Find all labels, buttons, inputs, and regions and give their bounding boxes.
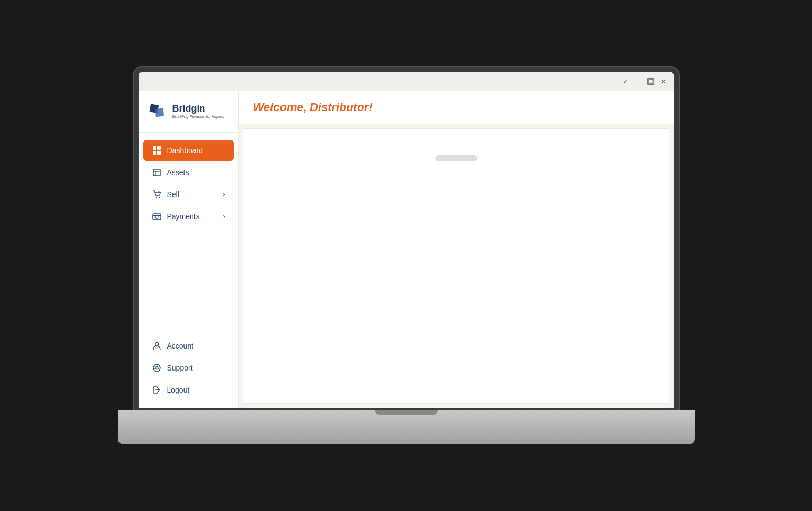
account-label: Account <box>167 342 194 350</box>
payments-chevron-icon: › <box>223 213 225 220</box>
svg-line-20 <box>154 366 155 367</box>
sidebar-item-logout[interactable]: Logout <box>143 379 234 400</box>
window-controls: ✓ — ✕ <box>622 78 667 85</box>
svg-line-22 <box>154 368 155 369</box>
svg-rect-1 <box>649 79 653 83</box>
sell-label: Sell <box>167 190 179 199</box>
sidebar-item-assets[interactable]: Assets <box>143 162 234 183</box>
logo-name: Bridgin <box>172 104 225 114</box>
title-bar: ✓ — ✕ <box>139 72 674 91</box>
sidebar-item-support[interactable]: Support <box>143 357 234 378</box>
account-icon <box>151 341 162 351</box>
sidebar-item-payments[interactable]: Payments › <box>143 206 234 227</box>
svg-rect-13 <box>153 214 161 220</box>
laptop-device: ✓ — ✕ <box>118 67 695 444</box>
svg-point-12 <box>158 197 159 198</box>
svg-point-11 <box>156 197 157 198</box>
app-body: Bridgin Enabling Finance for Impact <box>139 91 674 408</box>
sell-icon <box>151 189 162 200</box>
app-window: ✓ — ✕ <box>139 72 674 408</box>
sidebar-item-account[interactable]: Account <box>143 335 234 356</box>
support-label: Support <box>167 364 193 372</box>
dashboard-icon <box>151 145 162 156</box>
minimize-icon[interactable]: — <box>635 78 642 85</box>
svg-rect-4 <box>153 146 156 150</box>
close-icon[interactable]: ✕ <box>660 78 667 85</box>
payments-icon <box>151 211 162 222</box>
logo-text: Bridgin Enabling Finance for Impact <box>172 104 225 119</box>
sidebar-bottom: Account <box>139 328 238 408</box>
sidebar-item-dashboard[interactable]: Dashboard <box>143 140 234 161</box>
svg-rect-6 <box>153 151 156 155</box>
sell-chevron-icon: › <box>223 191 225 198</box>
logo-icon <box>147 102 167 122</box>
main-content: Welcome, Distributor! <box>239 91 674 408</box>
sidebar-navigation: Dashboard Assets <box>139 133 238 328</box>
dashboard-label: Dashboard <box>167 146 203 155</box>
svg-line-23 <box>158 368 160 369</box>
logout-icon <box>151 385 162 395</box>
svg-rect-8 <box>153 169 160 176</box>
laptop-base <box>118 410 695 444</box>
main-panel <box>243 128 669 404</box>
welcome-header: Welcome, Distributor! <box>239 91 674 124</box>
loading-indicator <box>435 155 477 161</box>
assets-icon <box>151 167 162 178</box>
welcome-title: Welcome, Distributor! <box>253 101 659 114</box>
svg-rect-5 <box>157 146 161 150</box>
svg-line-21 <box>158 366 160 367</box>
sidebar-item-sell[interactable]: Sell › <box>143 184 234 205</box>
logo-tagline: Enabling Finance for Impact <box>172 114 225 119</box>
support-icon <box>151 363 162 373</box>
check-icon[interactable]: ✓ <box>622 78 630 85</box>
svg-point-24 <box>156 367 158 369</box>
logout-label: Logout <box>167 386 190 394</box>
sidebar: Bridgin Enabling Finance for Impact <box>139 91 239 408</box>
svg-rect-7 <box>157 151 161 155</box>
screen-bezel: ✓ — ✕ <box>134 67 679 413</box>
svg-rect-3 <box>155 108 163 116</box>
maximize-icon[interactable] <box>647 78 655 85</box>
sidebar-logo: Bridgin Enabling Finance for Impact <box>139 91 238 133</box>
payments-label: Payments <box>167 212 200 221</box>
assets-label: Assets <box>167 168 189 177</box>
